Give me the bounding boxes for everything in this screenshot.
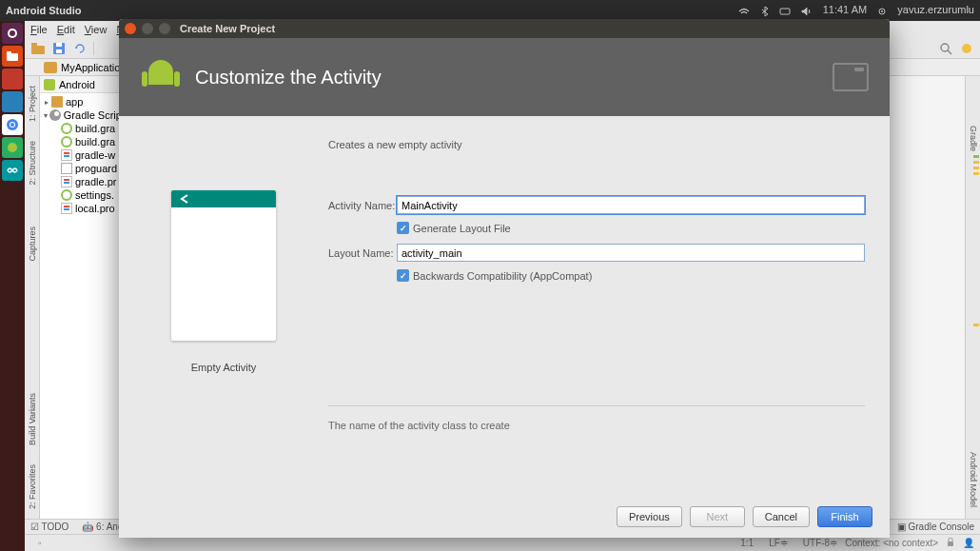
tool-structure[interactable]: 2: Structure [28,135,37,191]
svg-point-4 [10,30,15,36]
previous-button[interactable]: Previous [617,506,682,527]
phone-mockup [171,190,276,341]
status-bar-toggle-icon[interactable]: ▫ [38,538,42,548]
system-tray[interactable]: 11:41 AM yavuz.erzurumlu [731,4,974,16]
tree-item[interactable]: proguard [40,162,125,175]
gear-icon[interactable] [877,4,887,15]
activity-name-input[interactable] [397,196,865,214]
svg-rect-5 [7,53,18,61]
breadcrumb-label: MyApplication [61,62,126,73]
cancel-button[interactable]: Cancel [753,506,810,527]
svg-rect-6 [7,51,11,54]
layout-name-label: Layout Name: [328,247,397,259]
launcher-arduino-icon[interactable] [2,160,23,181]
launcher-app-icon[interactable] [2,91,23,112]
create-project-dialog: Create New Project Customize the Activit… [119,19,890,538]
ubuntu-top-panel: Android Studio 11:41 AM yavuz.erzurumlu [0,0,980,21]
activity-preview: Empty Activity [157,139,290,486]
tree-item[interactable]: build.gra [40,122,125,135]
tree-app[interactable]: ▸app [40,95,125,108]
window-close-icon[interactable] [125,23,136,34]
tool-captures[interactable]: Captures [28,221,37,267]
generate-layout-label: Generate Layout File [413,223,511,234]
status-context[interactable]: Context: <no context> [845,538,938,548]
window-minimize-icon[interactable] [142,23,153,34]
keyboard-icon[interactable] [779,4,791,15]
status-line-ending[interactable]: LF≑ [761,538,788,548]
generate-layout-checkbox[interactable]: ✓ [397,222,409,234]
svg-point-18 [962,44,971,53]
clock[interactable]: 11:41 AM [823,4,867,15]
sync-icon[interactable] [72,41,88,56]
hector-icon[interactable]: 👤 [963,538,974,548]
launcher-android-studio-icon[interactable] [2,137,23,158]
android-icon [44,79,55,90]
tool-todo[interactable]: ☑ TODO [30,521,69,532]
svg-rect-0 [780,9,790,14]
open-icon[interactable] [30,41,46,56]
svg-point-9 [10,123,14,127]
menu-edit[interactable]: Edit [57,24,75,35]
status-encoding[interactable]: UTF-8≑ [795,538,837,548]
wifi-icon[interactable] [738,4,750,15]
project-tree[interactable]: ▸app ▾Gradle Script build.gra build.gra … [40,93,125,217]
tool-project[interactable]: 1: Project [28,80,37,128]
svg-rect-19 [948,541,953,546]
tool-gradle-console[interactable]: ▣ Gradle Console [897,521,974,532]
save-icon[interactable] [51,41,67,56]
tree-item[interactable]: local.pro [40,202,125,215]
lock-icon[interactable] [946,538,955,549]
back-arrow-icon [179,193,192,205]
launcher-dash-icon[interactable] [2,23,23,44]
svg-rect-14 [56,49,62,53]
tool-build-variants[interactable]: Build Variants [28,387,37,451]
layout-name-input[interactable] [397,244,865,262]
launcher-chrome-icon[interactable] [2,114,23,135]
scrollbar-markers [972,152,980,490]
status-caret-pos: 1:1 [740,538,754,548]
svg-rect-15 [56,43,62,47]
activity-name-label: Activity Name: [328,200,397,211]
tree-gradle-scripts[interactable]: ▾Gradle Script [40,108,125,122]
dialog-window-title: Create New Project [180,23,275,34]
window-maximize-icon[interactable] [159,23,170,34]
svg-rect-12 [31,43,37,47]
device-icon [833,63,869,91]
svg-rect-11 [31,46,45,54]
dialog-heading: Customize the Activity [195,67,382,89]
form-description: Creates a new empty activity [328,139,865,150]
backwards-compat-checkbox[interactable]: ✓ [397,269,409,282]
tree-item[interactable]: settings. [40,188,125,202]
volume-icon[interactable] [801,4,813,15]
tree-item[interactable]: build.gra [40,135,125,148]
svg-point-2 [881,10,883,12]
dialog-form: Creates a new empty activity Activity Na… [328,139,865,486]
tree-item[interactable]: gradle-w [40,148,125,162]
unity-launcher [0,21,25,551]
tree-item[interactable]: gradle.pr [40,175,125,188]
help-icon[interactable] [959,41,974,56]
tool-favorites[interactable]: 2: Favorites [28,459,37,515]
project-scope-dropdown[interactable]: Android [40,76,125,93]
svg-point-16 [941,44,949,51]
svg-line-17 [948,50,951,54]
preview-caption: Empty Activity [191,362,256,373]
menu-view[interactable]: View [85,24,108,35]
finish-button[interactable]: Finish [817,506,872,527]
help-text: The name of the activity class to create [328,405,865,431]
left-tool-gutter: 1: Project 2: Structure Captures Build V… [25,76,40,519]
folder-icon [44,62,57,73]
app-title: Android Studio [6,5,81,16]
dialog-titlebar[interactable]: Create New Project [119,19,890,38]
search-icon[interactable] [938,41,953,56]
svg-point-10 [8,143,17,152]
android-head-icon [140,56,182,98]
project-pane: Android ▸app ▾Gradle Script build.gra bu… [40,76,126,519]
menu-file[interactable]: File [30,24,48,35]
user-name[interactable]: yavuz.erzurumlu [897,4,974,15]
launcher-files-icon[interactable] [2,46,23,67]
launcher-app-icon[interactable] [2,69,23,89]
dialog-footer: Previous Next Cancel Finish [119,496,890,538]
bluetooth-icon[interactable] [761,4,769,15]
dialog-header: Customize the Activity [119,38,890,116]
